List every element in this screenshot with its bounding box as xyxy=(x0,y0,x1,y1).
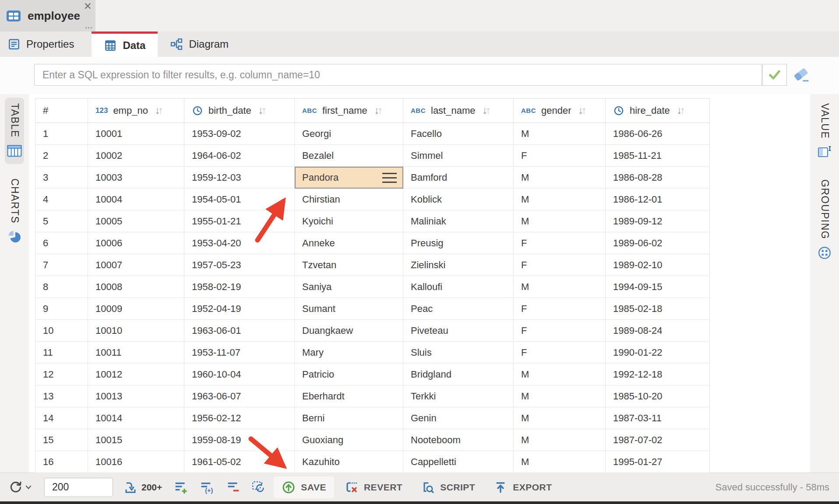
grid-cell-first_name[interactable]: Duangkaew xyxy=(295,320,403,342)
row-number-cell[interactable]: 3 xyxy=(35,167,88,189)
row-number-cell[interactable]: 8 xyxy=(35,276,88,298)
column-header-birth_date[interactable]: birth_date↓↑ xyxy=(184,98,295,123)
grid-cell-emp_no[interactable]: 10006 xyxy=(88,232,184,254)
refresh-changes-icon[interactable] xyxy=(251,480,266,495)
grid-cell-last_name[interactable]: Sluis xyxy=(403,342,514,364)
grid-cell-hire_date[interactable]: 1986-12-01 xyxy=(606,189,710,210)
sort-icon[interactable]: ↓↑ xyxy=(155,105,163,116)
grid-cell-birth_date[interactable]: 1964-06-02 xyxy=(184,145,295,167)
selected-cell-first_name[interactable]: Pandora xyxy=(295,167,403,189)
grid-cell-birth_date[interactable]: 1954-05-01 xyxy=(184,189,295,210)
row-number-cell[interactable]: 2 xyxy=(35,145,88,167)
grid-cell-last_name[interactable]: Bridgland xyxy=(403,364,514,385)
add-row-button[interactable] xyxy=(174,480,188,494)
refresh-icon[interactable] xyxy=(9,480,23,494)
grid-cell-gender[interactable]: F xyxy=(514,254,606,276)
row-number-cell[interactable]: 13 xyxy=(35,385,88,407)
grid-cell-last_name[interactable]: Koblick xyxy=(403,189,514,210)
grid-cell-last_name[interactable]: Preusig xyxy=(403,232,514,254)
grid-cell-gender[interactable]: M xyxy=(514,429,606,451)
row-number-cell[interactable]: 4 xyxy=(35,189,88,210)
grid-cell-emp_no[interactable]: 10016 xyxy=(88,451,184,473)
grid-cell-last_name[interactable]: Maliniak xyxy=(403,210,514,232)
grid-cell-birth_date[interactable]: 1956-02-12 xyxy=(184,407,295,429)
grid-cell-gender[interactable]: M xyxy=(514,385,606,407)
fetch-more-button[interactable]: 200+ xyxy=(123,480,162,494)
grid-cell-birth_date[interactable]: 1957-05-23 xyxy=(184,254,295,276)
grid-cell-gender[interactable]: F xyxy=(514,342,606,364)
grid-cell-gender[interactable]: M xyxy=(514,276,606,298)
grid-cell-first_name[interactable]: Chirstian xyxy=(295,189,403,210)
grid-cell-birth_date[interactable]: 1963-06-01 xyxy=(184,320,295,342)
grid-cell-hire_date[interactable]: 1989-02-10 xyxy=(606,254,710,276)
grid-cell-birth_date[interactable]: 1960-10-04 xyxy=(184,364,295,385)
grid-cell-last_name[interactable]: Peac xyxy=(403,298,514,320)
grid-cell-last_name[interactable]: Piveteau xyxy=(403,320,514,342)
row-number-cell[interactable]: 7 xyxy=(35,254,88,276)
grid-cell-emp_no[interactable]: 10005 xyxy=(88,210,184,232)
row-number-cell[interactable]: 9 xyxy=(35,298,88,320)
apply-filter-button[interactable] xyxy=(762,64,787,86)
grid-cell-gender[interactable]: F xyxy=(514,145,606,167)
grid-cell-last_name[interactable]: Facello xyxy=(403,123,514,145)
grid-cell-hire_date[interactable]: 1987-03-11 xyxy=(606,407,710,429)
grid-cell-first_name[interactable]: Tzvetan xyxy=(295,254,403,276)
sort-icon[interactable]: ↓↑ xyxy=(578,105,587,116)
duplicate-row-button[interactable]: (+) xyxy=(200,480,215,494)
grid-cell-gender[interactable]: M xyxy=(514,451,606,473)
grid-cell-hire_date[interactable]: 1990-01-22 xyxy=(606,342,710,364)
panel-tab-grouping[interactable]: GROUPING xyxy=(815,174,834,266)
column-header-emp_no[interactable]: 123emp_no↓↑ xyxy=(88,98,184,123)
tab-more-icon[interactable]: ••• xyxy=(85,25,93,30)
row-number-cell[interactable]: 11 xyxy=(35,342,88,364)
grid-cell-birth_date[interactable]: 1963-06-07 xyxy=(184,385,295,407)
grid-cell-last_name[interactable]: Genin xyxy=(403,407,514,429)
grid-cell-hire_date[interactable]: 1985-10-20 xyxy=(606,385,710,407)
grid-cell-gender[interactable]: F xyxy=(514,320,606,342)
grid-cell-birth_date[interactable]: 1961-05-02 xyxy=(184,451,295,473)
grid-cell-emp_no[interactable]: 10010 xyxy=(88,320,184,342)
grid-cell-gender[interactable]: F xyxy=(514,232,606,254)
grid-cell-first_name[interactable]: Berni xyxy=(295,407,403,429)
sort-icon[interactable]: ↓↑ xyxy=(677,105,685,116)
sort-icon[interactable]: ↓↑ xyxy=(258,105,267,116)
grid-cell-birth_date[interactable]: 1959-08-19 xyxy=(184,429,295,451)
grid-cell-last_name[interactable]: Simmel xyxy=(403,145,514,167)
grid-cell-hire_date[interactable]: 1985-02-18 xyxy=(606,298,710,320)
tab-employee[interactable]: employee ✕ ••• xyxy=(0,0,95,32)
refresh-dropdown-chevron-icon[interactable] xyxy=(25,485,32,490)
sort-icon[interactable]: ↓↑ xyxy=(374,105,383,116)
column-header-first_name[interactable]: ABCfirst_name↓↑ xyxy=(295,98,403,123)
export-button[interactable]: EXPORT xyxy=(486,476,560,498)
grid-cell-hire_date[interactable]: 1992-12-18 xyxy=(606,364,710,385)
grid-cell-emp_no[interactable]: 10009 xyxy=(88,298,184,320)
sql-filter-input[interactable] xyxy=(34,64,762,86)
grid-cell-hire_date[interactable]: 1989-09-12 xyxy=(606,210,710,232)
grid-cell-first_name[interactable]: Saniya xyxy=(295,276,403,298)
grid-cell-emp_no[interactable]: 10015 xyxy=(88,429,184,451)
grid-cell-last_name[interactable]: Bamford xyxy=(403,167,514,189)
row-number-cell[interactable]: 5 xyxy=(35,210,88,232)
grid-cell-hire_date[interactable]: 1986-08-28 xyxy=(606,167,710,189)
grid-cell-birth_date[interactable]: 1959-12-03 xyxy=(184,167,295,189)
grid-cell-birth_date[interactable]: 1958-02-19 xyxy=(184,276,295,298)
grid-cell-emp_no[interactable]: 10011 xyxy=(88,342,184,364)
save-button[interactable]: SAVE xyxy=(274,476,334,498)
grid-cell-first_name[interactable]: Guoxiang xyxy=(295,429,403,451)
column-header-last_name[interactable]: ABClast_name↓↑ xyxy=(403,98,514,123)
grid-cell-hire_date[interactable]: 1987-07-02 xyxy=(606,429,710,451)
grid-cell-gender[interactable]: M xyxy=(514,364,606,385)
row-number-cell[interactable]: 1 xyxy=(35,123,88,145)
grid-cell-birth_date[interactable]: 1953-11-07 xyxy=(184,342,295,364)
grid-cell-first_name[interactable]: Bezalel xyxy=(295,145,403,167)
grid-cell-last_name[interactable]: Terkki xyxy=(403,385,514,407)
grid-cell-first_name[interactable]: Mary xyxy=(295,342,403,364)
grid-cell-emp_no[interactable]: 10004 xyxy=(88,189,184,210)
grid-cell-last_name[interactable]: Kalloufi xyxy=(403,276,514,298)
grid-cell-first_name[interactable]: Eberhardt xyxy=(295,385,403,407)
grid-cell-first_name[interactable]: Sumant xyxy=(295,298,403,320)
grid-cell-hire_date[interactable]: 1986-06-26 xyxy=(606,123,710,145)
tab-data[interactable]: Data xyxy=(92,32,158,57)
panel-tab-value[interactable]: VALUE xyxy=(815,98,834,165)
grid-cell-emp_no[interactable]: 10001 xyxy=(88,123,184,145)
